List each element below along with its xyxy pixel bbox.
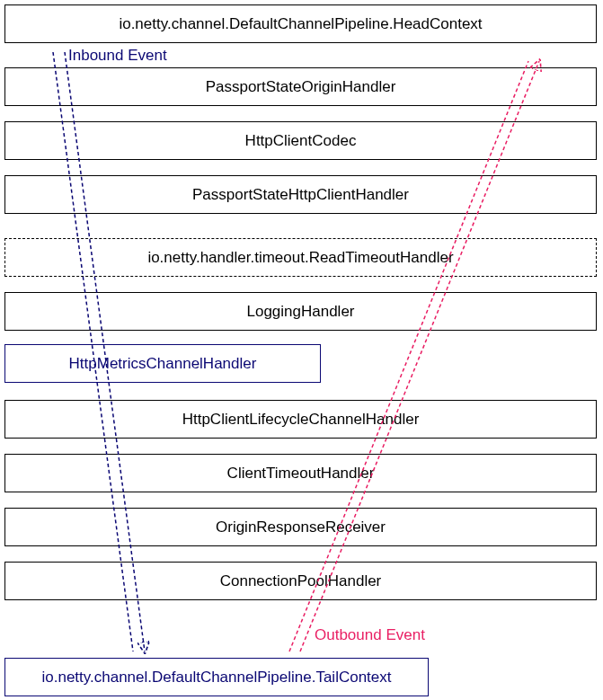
handler-client-timeout: ClientTimeoutHandler: [4, 454, 597, 492]
handler-read-timeout: io.netty.handler.timeout.ReadTimeoutHand…: [4, 238, 597, 277]
handler-origin-response-receiver: OriginResponseReceiver: [4, 508, 597, 546]
handler-label: io.netty.channel.DefaultChannelPipeline.…: [41, 669, 391, 687]
handler-http-metrics-channel: HttpMetricsChannelHandler: [4, 344, 321, 383]
handler-label: HttpMetricsChannelHandler: [69, 355, 257, 373]
handler-label: HttpClientCodec: [245, 132, 357, 150]
inbound-event-label: Inbound Event: [68, 47, 167, 65]
handler-head-context: io.netty.channel.DefaultChannelPipeline.…: [4, 4, 597, 43]
handler-label: LoggingHandler: [246, 303, 354, 321]
pipeline-diagram: io.netty.channel.DefaultChannelPipeline.…: [0, 0, 603, 700]
handler-label: ConnectionPoolHandler: [220, 572, 382, 590]
handler-label: io.netty.channel.DefaultChannelPipeline.…: [119, 15, 482, 33]
handler-tail-context: io.netty.channel.DefaultChannelPipeline.…: [4, 658, 429, 696]
handler-label: HttpClientLifecycleChannelHandler: [182, 411, 420, 429]
handler-logging: LoggingHandler: [4, 292, 597, 331]
handler-http-client-codec: HttpClientCodec: [4, 121, 597, 160]
handler-label: ClientTimeoutHandler: [227, 465, 375, 483]
handler-passport-state-http-client: PassportStateHttpClientHandler: [4, 175, 597, 214]
handler-label: io.netty.handler.timeout.ReadTimeoutHand…: [147, 249, 453, 267]
handler-label: OriginResponseReceiver: [216, 518, 386, 536]
handler-connection-pool: ConnectionPoolHandler: [4, 562, 597, 600]
handler-http-client-lifecycle-channel: HttpClientLifecycleChannelHandler: [4, 400, 597, 439]
handler-label: PassportStateHttpClientHandler: [192, 186, 409, 204]
handler-passport-state-origin: PassportStateOriginHandler: [4, 67, 597, 106]
outbound-event-label: Outbound Event: [315, 626, 425, 644]
handler-label: PassportStateOriginHandler: [206, 78, 396, 96]
